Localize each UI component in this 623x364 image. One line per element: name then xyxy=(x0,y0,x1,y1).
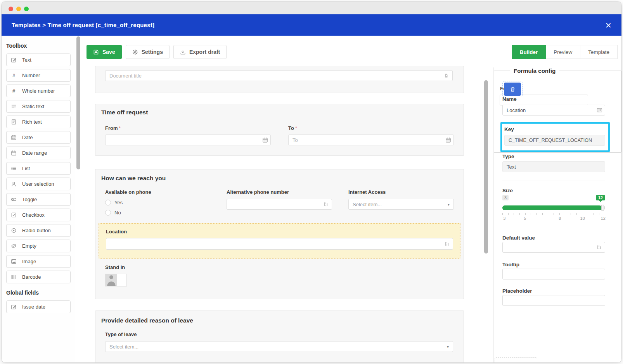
checkbox-icon xyxy=(11,212,17,218)
toolbox-item-label: Issue date xyxy=(22,304,45,310)
stand-in-avatar[interactable] xyxy=(105,274,127,286)
radio-no-label: No xyxy=(114,210,121,216)
toolbox-item-checkbox[interactable]: Checkbox xyxy=(6,209,71,221)
size-slider-track[interactable] xyxy=(502,205,605,210)
default-value-input[interactable] xyxy=(502,242,605,253)
to-date-input[interactable] xyxy=(288,135,454,145)
placeholder-label: Placeholder xyxy=(502,288,605,294)
tick-label: 12 xyxy=(601,216,606,221)
document-title-input[interactable] xyxy=(105,70,453,81)
save-button[interactable]: Save xyxy=(87,45,122,59)
from-date-input[interactable] xyxy=(105,135,271,145)
from-label: From xyxy=(105,125,118,131)
alt-phone-label: Alternative phone number xyxy=(227,189,332,195)
location-field-selected[interactable]: Location xyxy=(99,223,460,259)
tab-builder[interactable]: Builder xyxy=(512,45,546,59)
internet-access-select[interactable]: Select item... ▾ xyxy=(348,199,454,210)
delete-field-button[interactable] xyxy=(504,83,521,96)
minimize-window-button[interactable] xyxy=(16,7,21,11)
global-fields-title: Global fields xyxy=(6,290,71,296)
toolbox-item-label: Toggle xyxy=(22,197,37,202)
toolbox-item-label: Text xyxy=(22,57,31,63)
save-button-label: Save xyxy=(102,49,115,55)
type-value-field: Text xyxy=(502,161,605,172)
required-asterisk: * xyxy=(295,126,297,131)
builder-main: Save Settings Export draft Builder Previ… xyxy=(81,36,621,362)
download-icon xyxy=(180,49,186,55)
builder-toolbar: Save Settings Export draft Builder Previ… xyxy=(87,45,618,59)
caret-down-icon: ▾ xyxy=(447,345,449,349)
tooltip-input[interactable] xyxy=(502,269,605,279)
tick-label: 10 xyxy=(580,216,585,221)
size-slider-tick-labels: 3 5 8 10 12 xyxy=(502,216,605,221)
tab-template[interactable]: Template xyxy=(580,45,618,59)
delete-button-outline xyxy=(502,81,523,97)
tab-preview[interactable]: Preview xyxy=(546,45,580,59)
toolbox-item-empty[interactable]: Empty xyxy=(6,240,71,252)
toolbox-item-image[interactable]: Image xyxy=(6,255,71,268)
slider-tick xyxy=(508,213,509,215)
size-slider-ticks xyxy=(502,213,605,215)
calendar-icon xyxy=(11,135,17,140)
slider-tick xyxy=(519,213,520,215)
canvas-scrollbar[interactable] xyxy=(484,80,488,254)
toolbox-item-label: Date range xyxy=(22,150,47,156)
key-label: Key xyxy=(504,126,605,132)
toolbox-item-number[interactable]: #Number xyxy=(6,69,71,82)
slider-tick xyxy=(594,213,594,215)
field-card-icon xyxy=(597,107,602,113)
internet-access-label: Internet Access xyxy=(348,189,454,195)
size-min-badge: 3 xyxy=(502,195,509,200)
toolbox-item-date[interactable]: Date xyxy=(6,131,71,144)
toolbox-item-whole-number[interactable]: #Whole number xyxy=(6,85,71,97)
slider-tick xyxy=(605,213,605,215)
app-window: Templates > Time off request [c_time_off… xyxy=(2,2,621,362)
toolbox-item-toggle[interactable]: Toggle xyxy=(6,193,71,206)
toolbox-item-list[interactable]: List xyxy=(6,162,71,175)
zoom-window-button[interactable] xyxy=(24,7,29,11)
toolbox-item-label: Barcode xyxy=(22,274,41,280)
sidebar-scrollbar[interactable] xyxy=(76,36,80,169)
toolbox-item-static-text[interactable]: Static text xyxy=(6,100,71,113)
slider-tick xyxy=(514,213,514,215)
barcode-icon xyxy=(11,274,17,280)
available-on-phone-label: Available on phone xyxy=(105,189,214,195)
type-of-leave-select[interactable]: Select item... ▾ xyxy=(105,341,453,352)
size-slider-fill xyxy=(502,205,602,210)
radio-no[interactable] xyxy=(105,210,111,216)
toolbox-item-barcode[interactable]: Barcode xyxy=(6,271,71,283)
toolbox-item-label: List xyxy=(22,166,30,171)
save-icon xyxy=(93,49,99,55)
field-bars-icon xyxy=(597,245,602,250)
size-slider-handle[interactable] xyxy=(601,205,604,211)
titlebar xyxy=(2,2,621,14)
stand-in-label: Stand in xyxy=(105,264,125,270)
settings-button[interactable]: Settings xyxy=(126,45,170,59)
toolbox-item-rich-text[interactable]: Rich text xyxy=(6,116,71,128)
tooltip-label: Tooltip xyxy=(502,262,605,267)
toolbox-item-radio-button[interactable]: Radio button xyxy=(6,224,71,237)
radio-yes[interactable] xyxy=(105,200,111,205)
close-window-button[interactable] xyxy=(9,7,13,11)
properties-panel: Name Key C_TIME_OFF_REQUEST_LOCATION Typ… xyxy=(493,67,621,362)
name-label: Name xyxy=(502,96,605,102)
toolbox-item-issue-date[interactable]: Issue date xyxy=(6,300,71,313)
toolbox-item-label: User selection xyxy=(22,181,54,187)
alt-phone-input[interactable] xyxy=(227,199,332,210)
section-title: Provide detailed reason of leave xyxy=(101,317,193,324)
placeholder-input[interactable] xyxy=(502,295,605,306)
toolbox-item-label: Static text xyxy=(22,104,44,109)
location-input[interactable] xyxy=(106,238,453,250)
export-draft-button[interactable]: Export draft xyxy=(173,45,227,59)
close-icon[interactable]: × xyxy=(606,20,611,30)
toolbox-item-user-selection[interactable]: User selection xyxy=(6,178,71,190)
name-input[interactable] xyxy=(502,105,605,116)
toolbox-item-list: Text#Number#Whole numberStatic textRich … xyxy=(6,53,71,283)
field-bars-icon xyxy=(324,202,329,207)
toolbox-item-date-range[interactable]: Date range xyxy=(6,147,71,159)
cutoff-element xyxy=(495,357,537,362)
slider-tick xyxy=(536,213,537,215)
list-icon xyxy=(11,166,17,171)
toolbox-item-label: Empty xyxy=(22,243,36,249)
toolbox-item-text[interactable]: Text xyxy=(6,53,71,66)
